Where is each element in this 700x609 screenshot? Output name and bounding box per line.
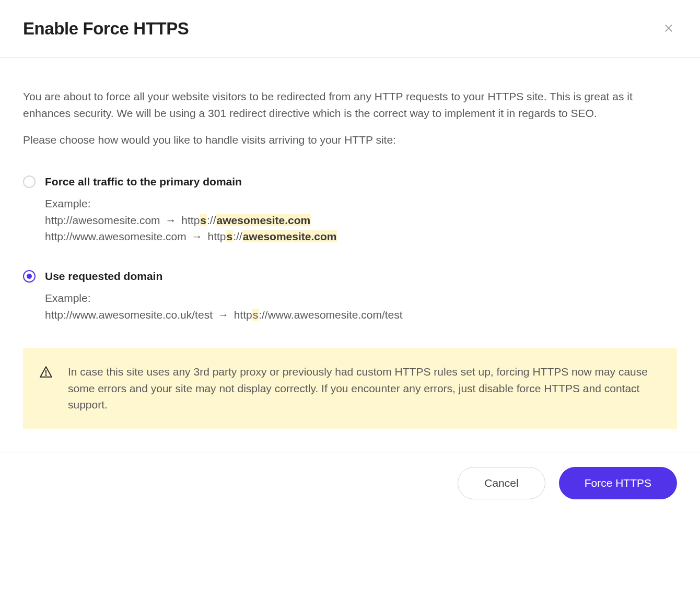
radio-inner-dot xyxy=(27,274,32,279)
radio-row-requested[interactable]: Use requested domain xyxy=(23,270,677,283)
cancel-button[interactable]: Cancel xyxy=(458,467,545,499)
example-line-3: http://www.awesomesite.co.uk/test → http… xyxy=(45,307,677,323)
arrow-icon: → xyxy=(192,230,203,242)
svg-point-3 xyxy=(45,374,46,375)
example-rest: ://www.awesomesite.com/test xyxy=(259,309,402,321)
example-s-highlight: s xyxy=(226,230,233,242)
option-primary-domain: Force all traffic to the primary domain … xyxy=(23,175,677,245)
intro-text: You are about to force all your website … xyxy=(23,88,677,148)
example-from: http://www.awesomesite.com xyxy=(45,230,186,242)
example-from: http://awesomesite.com xyxy=(45,214,160,226)
example-line-1: http://awesomesite.com → https://awesome… xyxy=(45,212,677,229)
example-block-requested: Example: http://www.awesomesite.co.uk/te… xyxy=(23,292,677,323)
arrow-icon: → xyxy=(165,214,176,226)
example-line-2: http://www.awesomesite.com → https://awe… xyxy=(45,228,677,245)
example-block-primary: Example: http://awesomesite.com → https:… xyxy=(23,197,677,245)
example-domain-highlight: awesomesite.com xyxy=(242,230,337,242)
example-http: http xyxy=(181,214,200,226)
modal-title: Enable Force HTTPS xyxy=(23,19,189,39)
example-sep: :// xyxy=(233,230,242,242)
force-https-button[interactable]: Force HTTPS xyxy=(559,467,677,499)
warning-icon xyxy=(39,365,53,379)
close-button[interactable] xyxy=(660,20,677,38)
example-s-highlight: s xyxy=(200,214,207,226)
example-s-highlight: s xyxy=(252,309,259,321)
modal-body: You are about to force all your website … xyxy=(0,58,700,452)
radio-button-primary[interactable] xyxy=(23,175,36,188)
intro-paragraph: You are about to force all your website … xyxy=(23,88,677,121)
arrow-icon: → xyxy=(218,309,229,321)
modal-footer: Cancel Force HTTPS xyxy=(0,452,700,520)
warning-text: In case this site uses any 3rd party pro… xyxy=(68,364,661,413)
option-requested-domain: Use requested domain Example: http://www… xyxy=(23,270,677,323)
example-http: http xyxy=(207,230,226,242)
radio-label-primary: Force all traffic to the primary domain xyxy=(45,175,242,188)
radio-label-requested: Use requested domain xyxy=(45,270,162,283)
example-title-primary: Example: xyxy=(45,197,677,210)
example-sep: :// xyxy=(207,214,216,226)
example-domain-highlight: awesomesite.com xyxy=(216,214,311,226)
warning-box: In case this site uses any 3rd party pro… xyxy=(23,348,677,429)
example-http: http xyxy=(234,309,252,321)
radio-button-requested[interactable] xyxy=(23,270,36,283)
choose-prompt: Please choose how would you like to hand… xyxy=(23,132,677,148)
close-icon xyxy=(663,23,674,35)
modal-header: Enable Force HTTPS xyxy=(0,0,700,58)
example-from: http://www.awesomesite.co.uk/test xyxy=(45,309,213,321)
example-title-requested: Example: xyxy=(45,292,677,304)
radio-row-primary[interactable]: Force all traffic to the primary domain xyxy=(23,175,677,188)
